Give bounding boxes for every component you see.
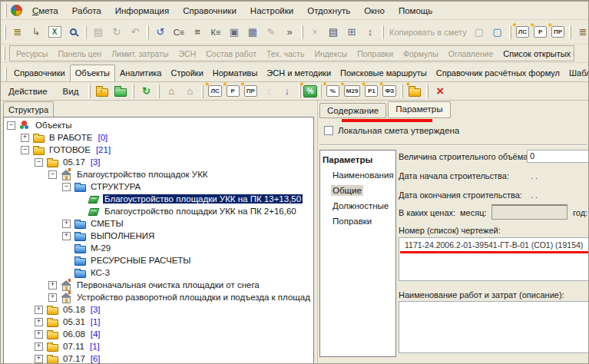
search-icon[interactable] bbox=[64, 24, 82, 41]
tree-item[interactable]: +В РАБОТЕ[0] bbox=[4, 131, 313, 144]
move-down-button[interactable]: ↓ bbox=[278, 83, 296, 100]
date-end-value[interactable]: . . bbox=[531, 190, 538, 200]
refresh-button[interactable]: ↻ bbox=[137, 83, 155, 100]
toolbar-grip[interactable] bbox=[5, 68, 7, 81]
nav-tab-6[interactable]: Поисковые маршруты bbox=[336, 65, 432, 81]
mode-button-5[interactable]: Тех. часть bbox=[266, 49, 304, 58]
menu-nastroyki[interactable]: Настройки bbox=[243, 4, 300, 18]
mode-button-8[interactable]: Формулы bbox=[403, 49, 438, 58]
tree-item[interactable]: +СМЕТЫ bbox=[4, 217, 313, 230]
volume-input[interactable]: 0 bbox=[527, 150, 589, 163]
param-nav-item-3[interactable]: Поправки bbox=[323, 213, 395, 229]
nav-tab-1[interactable]: Объекты bbox=[70, 65, 115, 82]
toolbar-grip[interactable] bbox=[5, 4, 7, 18]
mode-button-4[interactable]: Состав работ bbox=[206, 49, 256, 58]
expander-icon[interactable]: + bbox=[48, 281, 57, 290]
expander-icon[interactable]: + bbox=[62, 232, 71, 240]
view-menu[interactable]: Вид bbox=[55, 85, 87, 98]
expander-icon[interactable]: − bbox=[7, 121, 15, 130]
mode-button-2[interactable]: Лимит. затраты bbox=[111, 49, 168, 58]
folder-up-button[interactable]: ↑ bbox=[93, 83, 111, 100]
date-start-value[interactable]: . . bbox=[531, 171, 538, 180]
sort-icon[interactable]: ↕ bbox=[361, 24, 379, 41]
tree-item[interactable]: −Благоустройство площадок УКК bbox=[4, 168, 313, 180]
tree-item[interactable]: −ГОТОВОЕ[21] bbox=[4, 144, 313, 156]
expander-icon[interactable]: + bbox=[48, 293, 57, 302]
undo-icon[interactable]: ↶ bbox=[126, 24, 144, 41]
calculator-icon[interactable]: ▤ bbox=[324, 24, 342, 41]
local-estimate-approved-checkbox[interactable] bbox=[324, 126, 333, 135]
new-percent-button[interactable]: %* bbox=[326, 85, 339, 97]
more-chevron-icon[interactable]: » bbox=[280, 24, 299, 41]
copy-to-estimate-label[interactable]: Копировать в смету bbox=[386, 28, 470, 37]
percent-button[interactable]: %* bbox=[303, 85, 317, 98]
tree-item[interactable]: +07.11[1] bbox=[4, 340, 313, 352]
expander-icon[interactable]: + bbox=[35, 355, 43, 363]
open-windows-dropdown[interactable]: Список открытых окон▼ bbox=[503, 49, 574, 58]
new-folder-button[interactable]: * bbox=[405, 83, 424, 100]
tree-item[interactable]: +05.18[3] bbox=[4, 303, 313, 316]
menu-okno[interactable]: Окно bbox=[357, 4, 392, 18]
copy-icon[interactable]: ▢ bbox=[470, 24, 488, 41]
list-icon[interactable]: ≡ bbox=[188, 24, 207, 41]
folder-open-button[interactable] bbox=[111, 83, 130, 100]
toolbar-grip[interactable] bbox=[3, 47, 5, 61]
nav-tab-7[interactable]: Справочник расчётных формул bbox=[432, 65, 564, 81]
expander-icon[interactable]: + bbox=[35, 306, 43, 314]
nav-tab-8[interactable]: Шабл bbox=[564, 65, 588, 81]
save-icon[interactable]: ▤ bbox=[89, 24, 108, 41]
tree-item[interactable]: +05.31[1] bbox=[4, 316, 313, 328]
tree-item[interactable]: +06.08[4] bbox=[4, 328, 313, 340]
drawings-list-box[interactable]: 1171-24.2006.2-01-39541-ГТ-В-01 (СО1) (1… bbox=[399, 237, 589, 281]
month-input[interactable] bbox=[491, 204, 567, 220]
mode-button-1[interactable]: Панель цен bbox=[58, 49, 101, 58]
tree-item[interactable]: −СТРУКТУРА bbox=[4, 180, 313, 193]
expander-icon[interactable]: + bbox=[35, 318, 43, 326]
copy-add-icon[interactable]: ⊞ bbox=[342, 24, 361, 41]
expander-icon[interactable]: + bbox=[35, 330, 43, 339]
expander-icon[interactable]: + bbox=[21, 134, 29, 142]
edit-list-icon[interactable]: ≣ bbox=[574, 24, 588, 41]
description-textarea[interactable] bbox=[399, 301, 589, 353]
expander-icon[interactable]: − bbox=[21, 146, 29, 154]
toolbar-grip[interactable] bbox=[88, 84, 91, 98]
tree-item[interactable]: Благоустройство площадки УКК на ПК 13+13… bbox=[4, 193, 313, 205]
param-nav-root[interactable]: Параметры bbox=[323, 153, 395, 167]
action-menu[interactable]: Действие bbox=[1, 85, 55, 98]
nav-tab-0[interactable]: Справочники bbox=[9, 65, 70, 81]
list-k-icon[interactable]: К≡ bbox=[207, 24, 225, 41]
expander-icon[interactable]: − bbox=[62, 183, 71, 191]
tree-item[interactable]: М-29 bbox=[4, 242, 313, 254]
nav-tab-4[interactable]: Нормативы bbox=[208, 65, 263, 81]
tab-structura[interactable]: Структура bbox=[3, 101, 54, 117]
param-nav-item-0[interactable]: Наименования bbox=[323, 167, 395, 183]
new-m29-button[interactable]: М29* bbox=[344, 85, 361, 97]
tab-soderzhanie[interactable]: Содержание bbox=[319, 103, 386, 118]
print-icon[interactable]: ▣ bbox=[225, 24, 243, 41]
menu-smeta[interactable]: Смета bbox=[25, 4, 65, 18]
ls-button[interactable]: ЛС* bbox=[516, 26, 529, 38]
mode-button-6[interactable]: Индексы bbox=[314, 49, 347, 58]
copy-pages-icon[interactable]: ▢ bbox=[488, 24, 507, 41]
refresh-icon[interactable]: ↻ bbox=[108, 24, 126, 41]
param-nav-item-1[interactable]: Общие bbox=[323, 183, 395, 198]
nav-tab-2[interactable]: Аналитика bbox=[115, 65, 166, 81]
move-up-button[interactable]: ↑ bbox=[260, 83, 278, 100]
tree-item[interactable]: −Объекты bbox=[4, 119, 313, 131]
expander-icon[interactable]: + bbox=[35, 342, 43, 351]
menu-informacia[interactable]: Информация bbox=[108, 4, 176, 18]
param-nav-item-2[interactable]: Должностные bbox=[323, 198, 395, 213]
pr-button[interactable]: ПР* bbox=[551, 26, 564, 38]
mode-button-7[interactable]: Поправки bbox=[357, 49, 393, 58]
nav-tab-3[interactable]: Стройки bbox=[166, 65, 207, 81]
close-icon[interactable]: × bbox=[306, 24, 324, 41]
expander-icon[interactable]: + bbox=[62, 220, 71, 228]
tree-item[interactable]: +Устройство разворотной площадки и подъе… bbox=[4, 291, 313, 303]
list-c-icon[interactable]: С≡ bbox=[170, 24, 188, 41]
tree-jump-icon[interactable]: ↳ bbox=[27, 24, 45, 41]
new-ls-button[interactable]: ЛС* bbox=[208, 85, 221, 97]
new-object-button[interactable]: ⌂* bbox=[162, 83, 180, 100]
tree-item[interactable]: КС-3 bbox=[4, 266, 313, 279]
excel-export-icon[interactable]: X bbox=[45, 24, 64, 41]
unlock-recalc-icon[interactable]: ↺ bbox=[151, 24, 170, 41]
